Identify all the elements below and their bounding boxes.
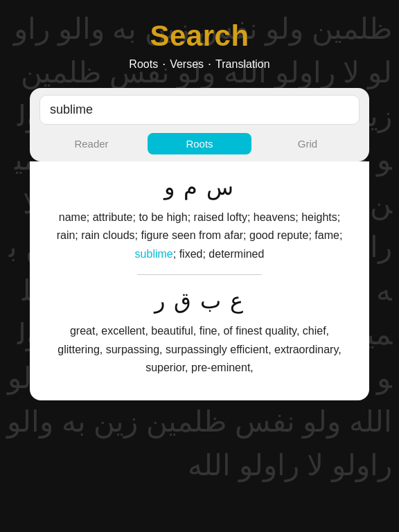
subtitle-dot-2: · bbox=[208, 57, 211, 71]
search-card: Reader Roots Grid bbox=[30, 88, 369, 161]
page-title: Search bbox=[0, 19, 399, 53]
arabic-root-1: س م و bbox=[46, 174, 353, 200]
def-2-part-1: great, excellent, beautiful, fine, of fi… bbox=[57, 325, 341, 373]
arabic-root-2: ع ب ق ر bbox=[46, 287, 353, 314]
definition-1: name; attribute; to be high; raised loft… bbox=[46, 209, 353, 263]
divider bbox=[137, 274, 262, 275]
subtitle-roots: Roots bbox=[129, 58, 158, 71]
header-subtitle: Roots · Verses · Translation bbox=[0, 57, 399, 71]
subtitle-verses: Verses bbox=[170, 58, 204, 71]
results-area[interactable]: س م و name; attribute; to be high; raise… bbox=[30, 161, 369, 400]
definition-2: great, excellent, beautiful, fine, of fi… bbox=[46, 322, 353, 377]
result-entry-1: س م و name; attribute; to be high; raise… bbox=[46, 174, 353, 263]
def-1-highlight: sublime bbox=[135, 248, 173, 260]
header: Search Roots · Verses · Translation bbox=[0, 0, 399, 78]
subtitle-translation: Translation bbox=[215, 58, 270, 71]
search-input-row bbox=[30, 88, 369, 130]
def-1-part-3: ; fixed; determined bbox=[173, 248, 265, 260]
tab-grid[interactable]: Grid bbox=[256, 133, 360, 154]
result-entry-2: ع ب ق ر great, excellent, beautiful, fin… bbox=[46, 287, 353, 377]
tab-row: Reader Roots Grid bbox=[30, 130, 369, 161]
tab-reader[interactable]: Reader bbox=[39, 133, 143, 154]
search-input[interactable] bbox=[39, 95, 360, 125]
main-container: Search Roots · Verses · Translation Read… bbox=[0, 0, 399, 532]
tab-roots[interactable]: Roots bbox=[148, 133, 251, 154]
subtitle-dot-1: · bbox=[162, 57, 166, 71]
def-1-part-1: name; attribute; to be high; raised loft… bbox=[57, 211, 343, 241]
